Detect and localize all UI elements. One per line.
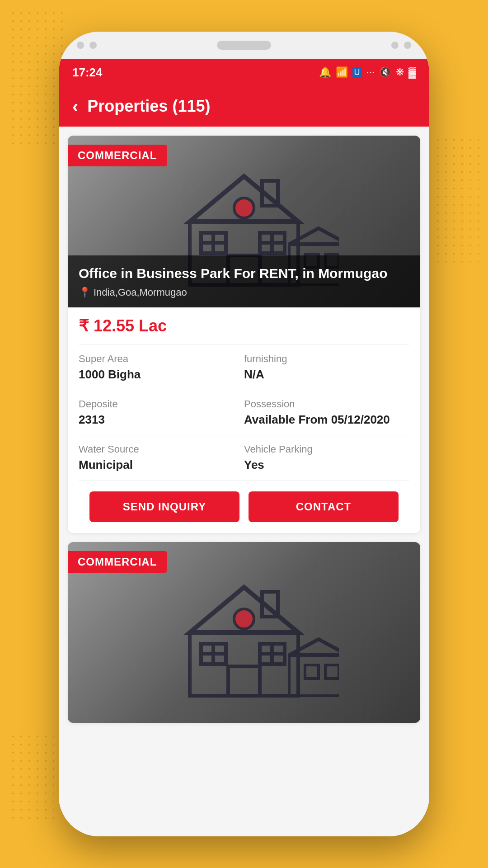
status-time: 17:24 <box>72 66 103 80</box>
notification-icon: 🔔 <box>319 66 331 78</box>
svg-rect-29 <box>325 665 339 679</box>
detail-col-furnishing: furnishing N/A <box>244 353 409 382</box>
phone-screen: 17:24 🔔 📶 U ··· 🔇 ❋ ▓ ‹ Properties (115) <box>59 59 429 836</box>
camera-dot-4 <box>404 42 411 49</box>
furnishing-label: furnishing <box>244 353 409 365</box>
phone-frame: 17:24 🔔 📶 U ··· 🔇 ❋ ▓ ‹ Properties (115) <box>59 32 429 836</box>
status-icons: 🔔 📶 U ··· 🔇 ❋ ▓ <box>319 66 416 78</box>
deposit-value: 2313 <box>79 413 244 427</box>
property-title-overlay-1: Office in Business Park For RENT, in Mor… <box>68 255 420 307</box>
furnishing-value: N/A <box>244 368 409 382</box>
property-price-1: ₹ 12.55 Lac <box>79 307 409 345</box>
property-image-area-2: COMMERCIAL <box>68 542 420 723</box>
possession-value: Available From 05/12/2020 <box>244 413 409 427</box>
contact-button[interactable]: CONTACT <box>249 491 399 522</box>
property-image-area-1: COMMERCIAL Office in Business Park For R… <box>68 136 420 307</box>
parking-label: Vehicle Parking <box>244 443 409 455</box>
detail-row-water: Water Source Municipal Vehicle Parking Y… <box>79 435 409 481</box>
super-area-label: Super Area <box>79 353 244 365</box>
detail-row-area: Super Area 1000 Bigha furnishing N/A <box>79 345 409 390</box>
svg-point-10 <box>234 198 254 218</box>
phone-top-bar <box>59 32 429 59</box>
commercial-badge-2: COMMERCIAL <box>68 551 167 573</box>
water-value: Municipal <box>79 458 244 472</box>
battery-icon: ▓ <box>408 66 416 78</box>
dots-decoration-bottom-left <box>9 732 54 823</box>
detail-col-parking: Vehicle Parking Yes <box>244 443 409 472</box>
camera-dot-2 <box>89 42 97 49</box>
property-card-1: COMMERCIAL Office in Business Park For R… <box>68 136 420 533</box>
location-pin-icon: 📍 <box>79 287 91 298</box>
detail-col-water: Water Source Municipal <box>79 443 244 472</box>
phone-camera-area <box>77 42 97 49</box>
action-buttons-1: SEND INQUIRY CONTACT <box>79 481 409 533</box>
svg-rect-28 <box>305 665 319 679</box>
property-title-1: Office in Business Park For RENT, in Mor… <box>79 264 409 282</box>
property-location-1: 📍 India,Goa,Mormugao <box>79 287 409 298</box>
content-scroll[interactable]: COMMERCIAL Office in Business Park For R… <box>59 127 429 836</box>
back-button[interactable]: ‹ <box>72 97 78 115</box>
bluetooth-icon: ❋ <box>396 66 404 78</box>
parking-value: Yes <box>244 458 409 472</box>
detail-col-deposit: Deposite 2313 <box>79 398 244 427</box>
svg-point-25 <box>234 609 254 629</box>
speaker-notch <box>217 41 271 50</box>
camera-dot-3 <box>391 42 399 49</box>
detail-row-deposit: Deposite 2313 Possession Available From … <box>79 390 409 435</box>
phone-camera-area-right <box>391 42 411 49</box>
header-title: Properties (115) <box>87 97 210 116</box>
wifi-icon: 📶 <box>336 66 348 78</box>
detail-col-possession: Possession Available From 05/12/2020 <box>244 398 409 427</box>
send-inquiry-button[interactable]: SEND INQUIRY <box>89 491 239 522</box>
mute-icon: 🔇 <box>379 66 391 78</box>
more-icon: ··· <box>366 66 375 78</box>
svg-rect-18 <box>228 666 260 696</box>
commercial-badge-1: COMMERCIAL <box>68 145 167 166</box>
super-area-value: 1000 Bigha <box>79 368 244 382</box>
dots-decoration-right <box>434 136 479 262</box>
deposit-label: Deposite <box>79 398 244 410</box>
location-text-1: India,Goa,Mormugao <box>94 287 187 298</box>
water-label: Water Source <box>79 443 244 455</box>
house-illustration-2 <box>149 560 339 705</box>
detail-col-super-area: Super Area 1000 Bigha <box>79 353 244 382</box>
possession-label: Possession <box>244 398 409 410</box>
property-card-2: COMMERCIAL <box>68 542 420 723</box>
app-header: ‹ Properties (115) <box>59 86 429 127</box>
usb-icon: U <box>352 67 362 78</box>
property-details-1: ₹ 12.55 Lac Super Area 1000 Bigha furnis… <box>68 307 420 533</box>
camera-dot-1 <box>77 42 84 49</box>
status-bar: 17:24 🔔 📶 U ··· 🔇 ❋ ▓ <box>59 59 429 86</box>
